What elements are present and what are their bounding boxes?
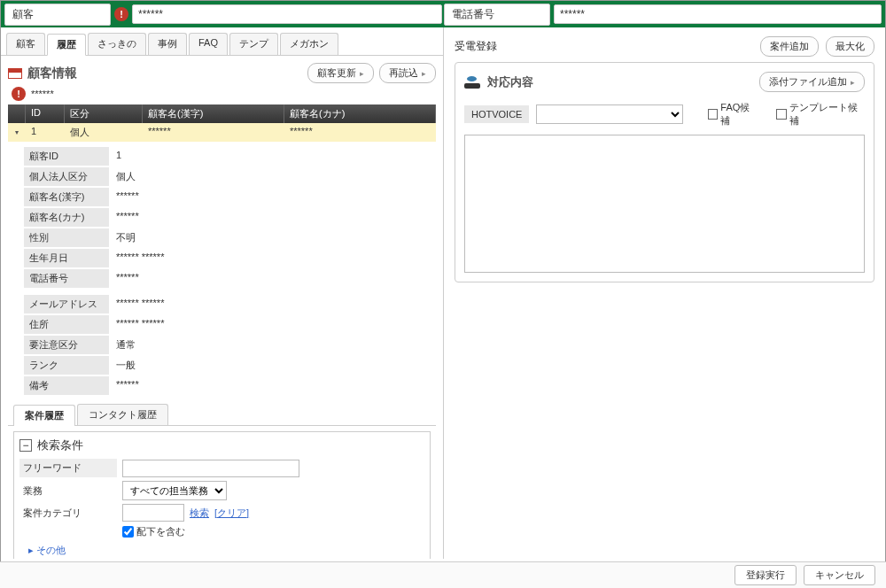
include-sub-checkbox[interactable] — [122, 526, 134, 538]
freeword-label: フリーワード — [19, 459, 117, 477]
alert-icon-2: ! — [12, 87, 26, 101]
clear-link[interactable]: [クリア] — [214, 507, 249, 520]
alert-icon: ! — [114, 7, 128, 21]
template-candidate-checkbox[interactable]: テンプレート候補 — [776, 101, 865, 128]
detail-list: 顧客ID1 個人法人区分個人 顧客名(漢字)****** 顧客名(カナ)****… — [24, 147, 436, 395]
grid-header: ID 区分 顧客名(漢字) 顧客名(カナ) — [8, 104, 436, 123]
other-link[interactable]: ▸ その他 — [28, 545, 66, 555]
right-panel: 受電登録 案件追加 最大化 対応内容 添付ファイル追加▸ HOTVOICE FA… — [444, 27, 885, 559]
gyomu-label: 業務 — [19, 482, 117, 500]
search-title: 検索条件 — [37, 437, 83, 453]
hotvoice-select[interactable] — [536, 104, 682, 124]
tab-megaphone[interactable]: メガホン — [280, 33, 338, 55]
bottom-bar: 登録実行 キャンセル — [0, 561, 886, 588]
phone-label: 電話番号 — [444, 4, 550, 26]
sub-tab-case-history[interactable]: 案件履歴 — [13, 405, 75, 426]
response-textarea[interactable] — [464, 135, 865, 273]
tab-template[interactable]: テンプ — [229, 33, 278, 55]
tab-history[interactable]: 履歴 — [47, 34, 86, 56]
tab-recent[interactable]: さっきの — [88, 33, 146, 55]
customer-value[interactable]: ****** — [132, 4, 442, 24]
search-box: − 検索条件 フリーワード 業務 すべての担当業務 案件カテゴリ — [13, 431, 431, 559]
hotvoice-label: HOTVOICE — [464, 105, 529, 123]
cancel-button[interactable]: キャンセル — [804, 565, 875, 585]
add-case-button[interactable]: 案件追加 — [760, 36, 819, 57]
category-input[interactable] — [122, 504, 184, 522]
register-button[interactable]: 登録実行 — [734, 565, 797, 585]
reload-button[interactable]: 再読込▸ — [379, 63, 436, 83]
left-panel: 顧客 履歴 さっきの 事例 FAQ テンプ メガホン 顧客情報 顧客更新▸ 再読… — [1, 27, 444, 559]
phone-value[interactable]: ****** — [554, 4, 882, 24]
response-icon — [464, 76, 480, 89]
tab-case[interactable]: 事例 — [148, 33, 187, 55]
customer-info-title: 顧客情報 — [27, 66, 302, 81]
customer-update-button[interactable]: 顧客更新▸ — [307, 63, 374, 83]
category-label: 案件カテゴリ — [19, 504, 117, 522]
response-title: 対応内容 — [487, 74, 752, 90]
grid-row[interactable]: ▾ 1 個人 ****** ****** — [8, 123, 436, 142]
gyomu-select[interactable]: すべての担当業務 — [122, 481, 227, 500]
sub-tabs: 案件履歴 コンタクト履歴 — [8, 404, 436, 426]
freeword-input[interactable] — [122, 460, 299, 477]
expand-icon[interactable]: ▾ — [15, 128, 19, 136]
customer-info-icon — [8, 68, 22, 79]
faq-candidate-checkbox[interactable]: FAQ候補 — [708, 101, 758, 128]
collapse-icon[interactable]: − — [19, 439, 32, 452]
sub-tab-contact-history[interactable]: コンタクト履歴 — [77, 404, 168, 425]
customer-label: 顧客 — [4, 4, 111, 26]
tab-customer[interactable]: 顧客 — [6, 33, 45, 55]
top-bar: 顧客 ! ****** 電話番号 ****** — [1, 1, 885, 27]
search-link[interactable]: 検索 — [190, 507, 209, 520]
left-tabs: 顧客 履歴 さっきの 事例 FAQ テンプ メガホン — [1, 27, 443, 56]
right-header-title: 受電登録 — [455, 39, 753, 54]
attach-file-button[interactable]: 添付ファイル追加▸ — [759, 72, 865, 92]
tab-faq[interactable]: FAQ — [189, 33, 228, 55]
customer-sub: ****** — [31, 89, 54, 99]
maximize-button[interactable]: 最大化 — [826, 36, 874, 57]
